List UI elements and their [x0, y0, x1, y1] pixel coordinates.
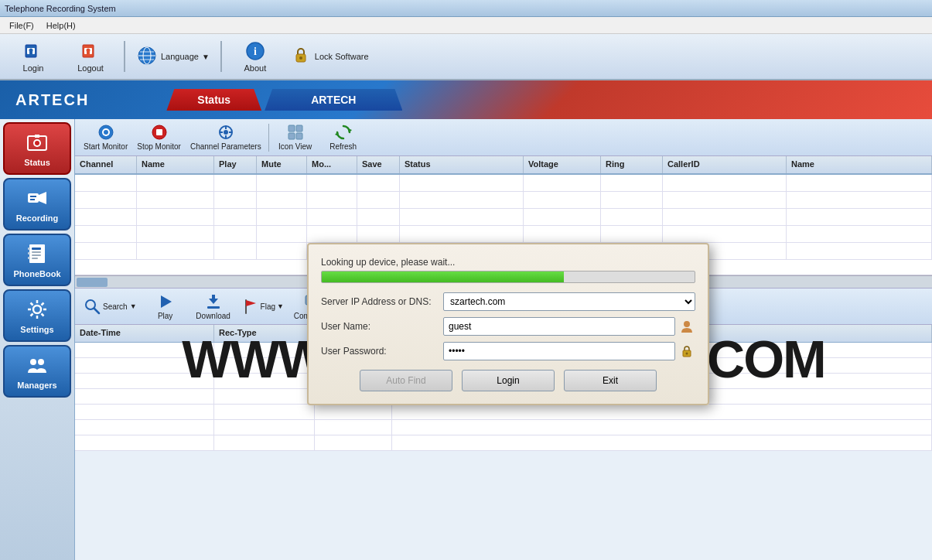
menu-file[interactable]: File(F): [3, 19, 40, 32]
content-area: Start Monitor Stop Monitor Cha: [75, 119, 932, 560]
icon-view-icon: [287, 124, 304, 141]
start-monitor-icon: [97, 124, 114, 141]
svg-line-39: [42, 303, 44, 306]
search-dropdown-icon[interactable]: ▼: [130, 302, 137, 310]
logout-button[interactable]: Logout: [63, 36, 118, 77]
table-row[interactable]: [75, 175, 932, 192]
svg-rect-23: [30, 199, 35, 200]
svg-rect-22: [30, 196, 36, 197]
toolbar-sep-1: [124, 41, 125, 72]
svg-rect-47: [156, 129, 162, 135]
scrollbar-thumb[interactable]: [77, 278, 108, 287]
server-label: Server IP Address or DNS:: [321, 296, 437, 307]
svg-rect-29: [28, 248, 30, 250]
titlebar: Telephone Recording System: [0, 0, 932, 17]
header-banner: ARTECH Status ARTECH: [0, 80, 932, 119]
start-monitor-button[interactable]: Start Monitor: [80, 121, 131, 154]
content-sep-1: [268, 124, 269, 152]
th-save: Save: [357, 156, 400, 173]
auto-find-button[interactable]: Auto Find: [360, 370, 452, 391]
password-row: User Password:: [321, 342, 695, 360]
play-label: Play: [158, 312, 172, 320]
language-button[interactable]: Language ▼: [131, 36, 214, 77]
table-row[interactable]: [75, 420, 932, 435]
toolbar: Login Logout Language ▼ i About: [0, 34, 932, 80]
username-input-wrap: [443, 317, 695, 336]
status-label: Status: [24, 158, 50, 167]
svg-rect-25: [32, 248, 41, 250]
brand-logo: ARTECH: [0, 91, 104, 109]
svg-rect-65: [207, 306, 220, 309]
play-icon: [157, 293, 174, 310]
svg-rect-30: [28, 252, 30, 254]
svg-point-32: [33, 306, 41, 313]
svg-point-45: [104, 130, 108, 135]
language-label: Language: [161, 52, 199, 61]
th-name: Name: [137, 156, 214, 173]
login-label: Login: [23, 63, 44, 73]
artech-tab[interactable]: ARTECH: [265, 89, 402, 111]
svg-rect-54: [288, 125, 295, 131]
username-input[interactable]: [443, 317, 675, 336]
exit-dialog-button[interactable]: Exit: [564, 370, 657, 391]
search-button[interactable]: Search ▼: [80, 290, 141, 323]
language-dropdown-icon[interactable]: ▼: [202, 53, 210, 61]
progress-bar: [321, 271, 695, 283]
username-label: User Name:: [321, 321, 437, 332]
server-row: Server IP Address or DNS: szartech.com: [321, 292, 695, 311]
flag-dropdown-icon[interactable]: ▼: [277, 302, 284, 310]
about-label: About: [244, 63, 266, 73]
play-button[interactable]: Play: [142, 290, 189, 323]
menu-help[interactable]: Help(H): [40, 19, 82, 32]
sidebar-item-settings[interactable]: Settings: [3, 289, 71, 342]
sidebar-item-managers[interactable]: Managers: [3, 345, 71, 398]
status-tab[interactable]: Status: [166, 89, 261, 111]
server-select[interactable]: szartech.com: [443, 292, 695, 311]
svg-point-19: [35, 141, 39, 145]
table-row[interactable]: [75, 435, 932, 451]
table-row[interactable]: [75, 209, 932, 226]
table-row[interactable]: [75, 226, 932, 243]
password-input[interactable]: [443, 342, 675, 360]
about-button[interactable]: i About: [228, 36, 282, 77]
svg-line-37: [31, 303, 33, 306]
title-text: Telephone Recording System: [5, 4, 116, 13]
toolbar-sep-2: [220, 41, 222, 72]
svg-rect-21: [28, 193, 39, 203]
svg-point-2: [29, 49, 33, 53]
password-input-wrap: [443, 342, 695, 360]
table-row[interactable]: [75, 405, 932, 420]
svg-point-16: [299, 56, 302, 60]
download-button[interactable]: Download: [190, 290, 237, 323]
login-button[interactable]: Login: [6, 36, 60, 77]
recording-icon: [25, 186, 50, 210]
th-play: Play: [214, 156, 257, 173]
svg-rect-3: [29, 52, 32, 55]
icon-view-button[interactable]: Icon View: [272, 121, 319, 154]
svg-rect-28: [32, 258, 38, 259]
svg-line-38: [42, 314, 44, 316]
settings-icon: [25, 297, 50, 322]
start-monitor-label: Start Monitor: [84, 142, 128, 151]
table-row[interactable]: [75, 192, 932, 209]
flag-label: Flag: [261, 302, 275, 311]
login-dialog: Looking up device, please wait... Server…: [307, 243, 709, 405]
sidebar-item-status[interactable]: Status: [3, 122, 71, 175]
stop-monitor-button[interactable]: Stop Monitor: [133, 121, 185, 154]
svg-point-6: [87, 49, 90, 53]
sidebar-item-recording[interactable]: Recording: [3, 178, 71, 230]
managers-label: Managers: [17, 381, 56, 390]
icon-view-label: Icon View: [278, 142, 312, 151]
channel-parameters-button[interactable]: Channel Parameters: [186, 121, 265, 154]
lock-software-button[interactable]: Lock Software: [285, 36, 374, 77]
logout-label: Logout: [77, 63, 104, 73]
login-dialog-button[interactable]: Login: [462, 370, 555, 391]
phonebook-label: PhoneBook: [13, 269, 60, 278]
th-mute: Mute: [257, 156, 307, 173]
svg-point-74: [686, 353, 688, 355]
progress-fill: [322, 271, 564, 282]
flag-button[interactable]: Flag ▼: [238, 290, 288, 323]
refresh-button[interactable]: Refresh: [320, 121, 367, 154]
download-label: Download: [196, 312, 230, 320]
sidebar-item-phonebook[interactable]: PhoneBook: [3, 234, 71, 286]
